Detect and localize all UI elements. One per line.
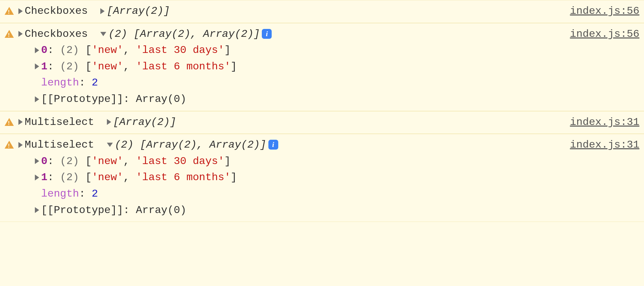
- array-count: (2): [115, 139, 134, 151]
- string-value: 'last 30 days': [136, 44, 224, 56]
- chevron-down-icon[interactable]: [100, 32, 106, 36]
- array-count: (2): [60, 171, 79, 183]
- source-location-link[interactable]: index.js:31: [570, 114, 639, 131]
- chevron-down-icon[interactable]: [107, 143, 113, 147]
- warning-icon: [5, 118, 14, 126]
- array-summary[interactable]: [Array(2)]: [113, 116, 176, 128]
- array-summary[interactable]: [Array(2), Array(2)]: [140, 139, 266, 151]
- console-warning-row: Checkboxes [Array(2)] index.js:56: [0, 0, 644, 23]
- chevron-right-icon[interactable]: [35, 47, 39, 53]
- array-count: (2): [108, 28, 127, 40]
- source-location-link[interactable]: index.js:56: [570, 26, 639, 42]
- chevron-right-icon[interactable]: [35, 63, 39, 69]
- array-count: (2): [60, 44, 79, 56]
- chevron-right-icon[interactable]: [18, 142, 23, 148]
- property-key: length: [41, 188, 79, 200]
- log-label: Multiselect: [25, 116, 94, 128]
- console-warning-row: Checkboxes (2) [Array(2), Array(2)]i 0: …: [0, 23, 644, 111]
- chevron-right-icon[interactable]: [107, 119, 111, 125]
- prototype-row[interactable]: [[Prototype]]: Array(0): [35, 91, 559, 107]
- property-value: Array(0): [136, 93, 186, 105]
- array-length-row: length: 2: [35, 75, 559, 91]
- source-location-link[interactable]: index.js:56: [570, 3, 639, 19]
- chevron-right-icon[interactable]: [35, 175, 39, 180]
- chevron-right-icon[interactable]: [18, 8, 23, 14]
- chevron-right-icon[interactable]: [18, 119, 23, 125]
- array-index: 0: [41, 44, 47, 56]
- array-index: 0: [41, 155, 47, 167]
- console-message: Multiselect (2) [Array(2), Array(2)]i 0:…: [18, 137, 559, 218]
- console-message: Multiselect [Array(2)]: [18, 114, 559, 131]
- property-value: 2: [92, 188, 98, 200]
- console-message: Checkboxes [Array(2)]: [18, 3, 559, 19]
- warning-icon: [5, 7, 14, 15]
- log-label: Checkboxes: [25, 5, 88, 17]
- info-icon[interactable]: i: [262, 29, 272, 39]
- string-value: 'new': [92, 171, 123, 183]
- string-value: 'new': [92, 44, 123, 56]
- log-label: Checkboxes: [25, 28, 88, 40]
- property-key: [[Prototype]]: [41, 204, 123, 216]
- property-value: Array(0): [136, 204, 186, 216]
- chevron-right-icon[interactable]: [35, 207, 39, 213]
- string-value: 'new': [92, 60, 123, 73]
- array-count: (2): [60, 155, 79, 167]
- array-element-row[interactable]: 1: (2) ['new', 'last 6 months']: [35, 59, 559, 75]
- array-summary[interactable]: [Array(2)]: [107, 5, 170, 17]
- array-element-row[interactable]: 0: (2) ['new', 'last 30 days']: [35, 153, 559, 170]
- array-count: (2): [60, 60, 79, 73]
- string-value: 'last 6 months': [136, 171, 231, 183]
- array-length-row: length: 2: [35, 186, 559, 202]
- warning-icon: [5, 141, 14, 149]
- array-index: 1: [41, 60, 47, 73]
- chevron-right-icon[interactable]: [18, 31, 23, 37]
- array-element-row[interactable]: 1: (2) ['new', 'last 6 months']: [35, 169, 559, 186]
- string-value: 'last 6 months': [136, 60, 231, 73]
- log-label: Multiselect: [25, 139, 94, 151]
- console-warning-row: Multiselect (2) [Array(2), Array(2)]i 0:…: [0, 134, 644, 222]
- property-value: 2: [92, 77, 98, 89]
- info-icon[interactable]: i: [268, 140, 278, 150]
- warning-icon: [5, 30, 14, 38]
- chevron-right-icon[interactable]: [35, 158, 39, 164]
- array-element-row[interactable]: 0: (2) ['new', 'last 30 days']: [35, 42, 559, 59]
- console-warning-row: Multiselect [Array(2)] index.js:31: [0, 111, 644, 134]
- string-value: 'new': [92, 155, 123, 167]
- array-summary[interactable]: [Array(2), Array(2)]: [134, 28, 260, 40]
- source-location-link[interactable]: index.js:31: [570, 137, 639, 153]
- prototype-row[interactable]: [[Prototype]]: Array(0): [35, 202, 559, 219]
- property-key: length: [41, 77, 79, 89]
- chevron-right-icon[interactable]: [35, 96, 39, 102]
- chevron-right-icon[interactable]: [100, 8, 105, 14]
- array-index: 1: [41, 171, 47, 183]
- console-message: Checkboxes (2) [Array(2), Array(2)]i 0: …: [18, 26, 559, 107]
- string-value: 'last 30 days': [136, 155, 224, 167]
- property-key: [[Prototype]]: [41, 93, 123, 105]
